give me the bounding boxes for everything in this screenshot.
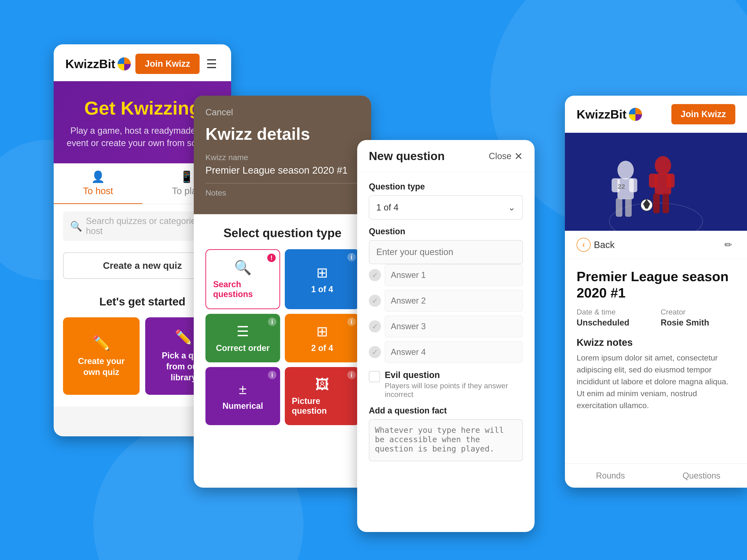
divider-1 — [205, 183, 360, 184]
question-type-grid: ! 🔍 Search questions i ⊞ 1 of 4 i ☰ Corr… — [205, 249, 360, 425]
qt-2-of-4[interactable]: i ⊞ 2 of 4 — [285, 314, 360, 363]
create-own-quiz-card[interactable]: ✏️ Create your own quiz — [63, 317, 139, 395]
picture-question-label: Picture question — [292, 396, 353, 416]
answer-check-3[interactable]: ✓ — [369, 320, 381, 332]
question-type-label: Question type — [369, 182, 523, 192]
search-questions-label: Search questions — [213, 279, 273, 299]
answer-row-2: ✓ — [369, 290, 523, 312]
close-label: Close — [489, 151, 512, 161]
svg-text:22: 22 — [618, 183, 625, 190]
back-circle-icon: ‹ — [576, 238, 591, 252]
close-x-icon: ✕ — [514, 150, 523, 162]
cancel-link[interactable]: Cancel — [205, 107, 360, 117]
edit-button[interactable]: ✏ — [721, 238, 735, 252]
logo-icon-1 — [117, 57, 131, 71]
phone2-top: Cancel Kwizz details Kwizz name Premier … — [194, 96, 371, 214]
svg-rect-15 — [667, 174, 675, 188]
date-time-meta: Date & time Unscheduled — [576, 308, 651, 328]
qt-correct-order[interactable]: i ☰ Correct order — [205, 314, 280, 363]
evil-question-text-area: Evil question Players will lose points i… — [385, 370, 523, 399]
info-badge-search: ! — [267, 254, 276, 262]
footer-tab-rounds[interactable]: Rounds — [565, 464, 656, 488]
kwizz-notes-title: Kwizz notes — [576, 337, 735, 348]
answer-input-3[interactable] — [385, 316, 523, 338]
answer-row-1: ✓ — [369, 264, 523, 286]
info-badge-2of4: i — [347, 318, 356, 326]
svg-rect-6 — [616, 198, 622, 217]
evil-question-label: Evil question — [385, 370, 523, 380]
phone4-nav: ‹ Back ✏ — [565, 231, 747, 259]
phone3-header: New question Close ✕ — [357, 140, 535, 172]
fact-label: Add a question fact — [369, 406, 523, 416]
tab-to-host[interactable]: 👤 To host — [54, 163, 143, 204]
phone-mockup-3: New question Close ✕ Question type 1 of … — [357, 140, 535, 532]
answer-input-2[interactable] — [385, 290, 523, 312]
evil-question-row: Evil question Players will lose points i… — [369, 370, 523, 399]
play-icon: 📱 — [180, 170, 194, 183]
logo-text-1: KwizzBit — [66, 57, 115, 71]
question-input[interactable] — [369, 240, 523, 264]
phone4-header: KwizzBit Join Kwizz — [565, 96, 747, 133]
date-time-label: Date & time — [576, 308, 651, 316]
footer-tab-questions[interactable]: Questions — [656, 464, 747, 488]
kwizz-details-title: Kwizz details — [205, 124, 360, 143]
svg-rect-13 — [663, 193, 669, 213]
question-type-dropdown[interactable]: 1 of 4 ⌄ — [369, 195, 523, 219]
search-questions-icon: 🔍 — [234, 259, 252, 276]
qt-1-of-4[interactable]: i ⊞ 1 of 4 — [285, 249, 360, 309]
qt-numerical[interactable]: i ± Numerical — [205, 367, 280, 425]
tab-to-host-label: To host — [83, 186, 113, 196]
picture-icon: 🖼 — [315, 376, 329, 393]
numerical-icon: ± — [239, 381, 247, 397]
create-own-quiz-label: Create your own quiz — [70, 356, 133, 378]
notes-label: Notes — [205, 188, 360, 197]
close-button[interactable]: Close ✕ — [489, 150, 523, 162]
qt-search-questions[interactable]: ! 🔍 Search questions — [205, 249, 280, 309]
svg-rect-9 — [629, 178, 637, 192]
phone-mockup-2: Cancel Kwizz details Kwizz name Premier … — [194, 96, 371, 488]
qt-picture-question[interactable]: i 🖼 Picture question — [285, 367, 360, 425]
logo-text-4: KwizzBit — [576, 107, 626, 121]
kwizz-name-label: Kwizz name — [205, 153, 360, 162]
1of4-icon: ⊞ — [316, 264, 328, 281]
answer-check-4[interactable]: ✓ — [369, 346, 381, 358]
info-badge-picture: i — [347, 371, 356, 379]
phone4-content: Premier League season 2020 #1 Date & tim… — [565, 259, 747, 430]
logo-icon-4 — [628, 107, 642, 121]
question-label: Question — [369, 226, 523, 236]
fact-textarea[interactable] — [369, 419, 523, 461]
1of4-label: 1 of 4 — [311, 285, 333, 294]
svg-point-4 — [617, 161, 634, 180]
kwizz-name-value: Premier League season 2020 #1 — [205, 165, 360, 176]
answer-input-4[interactable] — [385, 341, 523, 363]
new-question-title: New question — [369, 149, 445, 163]
quiz-title-large: Premier League season 2020 #1 — [576, 268, 735, 301]
back-button[interactable]: ‹ Back — [576, 238, 615, 252]
answer-check-2[interactable]: ✓ — [369, 295, 381, 307]
numerical-label: Numerical — [223, 401, 263, 411]
logo-1: KwizzBit — [66, 57, 131, 71]
2of4-icon: ⊞ — [316, 323, 328, 340]
menu-button-1[interactable]: ☰ — [204, 55, 220, 73]
date-time-value: Unscheduled — [576, 318, 651, 328]
2of4-label: 2 of 4 — [311, 343, 333, 353]
join-kwizz-button-1[interactable]: Join Kwizz — [135, 54, 199, 74]
kwizz-notes-text: Lorem ipsum dolor sit amet, consectetur … — [576, 352, 735, 411]
info-badge-numerical: i — [268, 371, 276, 379]
phone4-hero-image: 22 — [565, 133, 747, 231]
svg-point-10 — [655, 156, 671, 175]
answer-input-1[interactable] — [385, 264, 523, 286]
join-kwizz-button-4[interactable]: Join Kwizz — [671, 104, 735, 124]
answer-row-3: ✓ — [369, 316, 523, 338]
logo-4: KwizzBit — [576, 107, 642, 121]
answer-check-1[interactable]: ✓ — [369, 269, 381, 281]
answer-row-4: ✓ — [369, 341, 523, 363]
phone1-header: KwizzBit Join Kwizz ☰ — [54, 44, 231, 81]
correct-order-icon: ☰ — [236, 323, 249, 340]
pencil-icon-1: ✏️ — [93, 335, 110, 351]
evil-question-checkbox[interactable] — [369, 371, 380, 382]
back-label: Back — [594, 240, 615, 250]
question-type-value: 1 of 4 — [376, 203, 508, 213]
pencil-icon-2: ✏️ — [175, 329, 192, 346]
info-badge-correct-order: i — [268, 318, 276, 326]
